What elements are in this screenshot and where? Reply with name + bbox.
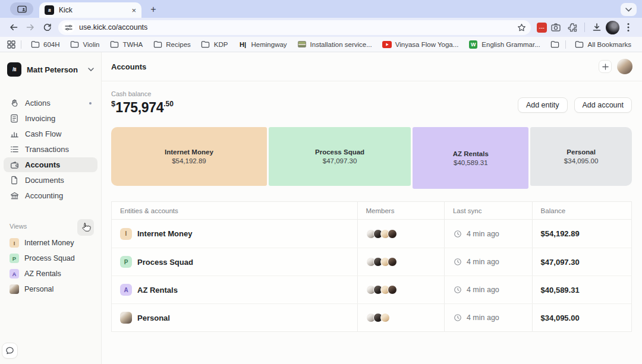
- back-button[interactable]: [6, 20, 21, 35]
- table-header-row: Entities & accountsMembersLast syncBalan…: [112, 202, 631, 220]
- sidebar-item-label: Cash Flow: [25, 129, 61, 138]
- forward-button[interactable]: [23, 20, 38, 35]
- tab-strip: /II Kick × +: [0, 0, 642, 18]
- invoice-icon: [10, 114, 19, 124]
- bookmark-label: Installation service...: [310, 41, 372, 48]
- extension-red-icon[interactable]: ---: [537, 23, 547, 33]
- bookmark-label: 604H: [43, 41, 60, 48]
- sidebar-item-invoicing[interactable]: Invoicing: [4, 111, 97, 126]
- bookmark-item[interactable]: H|Hemingway: [234, 38, 291, 51]
- image-icon: [297, 40, 307, 49]
- bookmark-item[interactable]: TWHA: [105, 38, 147, 51]
- bookmark-item[interactable]: KDP: [197, 38, 232, 51]
- personal-avatar: [120, 312, 132, 324]
- entity-cell: PProcess Squad: [112, 248, 357, 276]
- last-sync-cell: 4 min ago: [444, 276, 532, 303]
- bookmark-item[interactable]: Violin: [66, 38, 104, 51]
- entity-name: Internet Money: [137, 229, 192, 238]
- bar-entity-amount: $54,192.89: [172, 157, 206, 164]
- tab-strip-chevron-button[interactable]: [621, 3, 637, 16]
- url-bar[interactable]: use.kick.co/accounts: [58, 20, 531, 35]
- table-row-personal[interactable]: Personal4 min ago$34,095.00: [112, 303, 631, 331]
- site-settings-icon[interactable]: [62, 22, 75, 33]
- reload-button[interactable]: [39, 20, 55, 35]
- kick-favicon: /II: [45, 5, 54, 15]
- member-avatars: [366, 257, 397, 267]
- user-avatar[interactable]: [617, 59, 632, 74]
- folder-icon: [70, 40, 80, 49]
- add-entity-button[interactable]: Add entity: [518, 97, 568, 113]
- bookmark-item[interactable]: Foreclosed: [546, 38, 561, 51]
- member-avatars: [366, 229, 397, 239]
- browser-menu-icon[interactable]: [621, 20, 636, 35]
- sidebar-view-process-squad[interactable]: PProcess Squad: [4, 251, 97, 265]
- folder-icon: [153, 40, 162, 49]
- balance-value: $47,097.30: [541, 258, 580, 267]
- bookmark-label: English Grammar...: [482, 41, 540, 48]
- bookmark-item[interactable]: Vinyasa Flow Yoga...: [378, 38, 463, 51]
- sidebar-nav: ActionsInvoicingCash FlowTransactionsAcc…: [4, 96, 97, 203]
- sidebar-item-accounts[interactable]: Accounts: [4, 157, 97, 172]
- entity-name: Personal: [137, 314, 170, 322]
- entity-name: AZ Rentals: [137, 286, 178, 295]
- bookmark-item[interactable]: 604H: [26, 38, 64, 51]
- cash-balance-amount: $175,974.50: [111, 99, 174, 116]
- balance-bar-internet-money[interactable]: Internet Money$54,192.89: [111, 127, 267, 186]
- downloads-button[interactable]: [589, 20, 605, 35]
- sidebar-item-transactions[interactable]: Transactions: [4, 142, 97, 157]
- folder-icon: [201, 40, 210, 49]
- browser-profile-avatar[interactable]: [606, 21, 619, 34]
- extensions-puzzle-icon[interactable]: [565, 20, 580, 35]
- table-row-process-squad[interactable]: PProcess Squad4 min ago$47,097.30: [112, 248, 631, 276]
- toolbar-divider: [584, 23, 585, 32]
- table-row-az-rentals[interactable]: AAZ Rentals4 min ago$40,589.31: [112, 276, 631, 303]
- tab-close-icon[interactable]: ×: [131, 7, 136, 14]
- member-avatar: [388, 285, 397, 295]
- clock-icon: [453, 285, 462, 295]
- sidebar-item-documents[interactable]: Documents: [4, 173, 97, 188]
- bar-entity-amount: $47,097.30: [323, 157, 357, 164]
- help-chat-button[interactable]: [2, 343, 18, 359]
- url-text[interactable]: use.kick.co/accounts: [79, 23, 515, 31]
- browser-tab-kick[interactable]: /II Kick ×: [39, 2, 141, 18]
- view-label: AZ Rentals: [24, 270, 61, 278]
- accounts-table: Entities & accountsMembersLast syncBalan…: [111, 201, 632, 332]
- bookmarks-divider-right: [565, 40, 566, 49]
- bookmark-item[interactable]: Recipes: [149, 38, 195, 51]
- balance-bar-az-rentals[interactable]: AZ Rentals$40,589.31: [413, 127, 528, 189]
- sidebar-item-actions[interactable]: Actions: [4, 96, 97, 110]
- entity-badge-icon: P: [10, 254, 19, 263]
- apps-grid-icon[interactable]: [7, 40, 16, 49]
- sidebar-item-cash-flow[interactable]: Cash Flow: [4, 126, 97, 141]
- bookmark-star-icon[interactable]: [515, 21, 528, 34]
- add-account-button[interactable]: Add account: [574, 97, 632, 113]
- all-bookmarks-button[interactable]: All Bookmarks: [571, 38, 636, 51]
- workspace-name: Matt Peterson: [27, 65, 83, 74]
- table-row-internet-money[interactable]: IInternet Money4 min ago$54,192.89: [112, 220, 631, 248]
- sidebar-view-az-rentals[interactable]: AAZ Rentals: [4, 267, 97, 281]
- header-add-button[interactable]: [599, 60, 612, 73]
- sidebar-view-internet-money[interactable]: IInternet Money: [4, 236, 97, 250]
- last-sync-text: 4 min ago: [467, 286, 499, 294]
- screen-share-pill[interactable]: [10, 2, 33, 15]
- bookmark-item[interactable]: WEnglish Grammar...: [464, 38, 544, 51]
- balance-cell: $54,192.89: [532, 220, 631, 248]
- bookmark-label: KDP: [214, 41, 228, 48]
- folder-icon: [30, 40, 40, 49]
- table-body: IInternet Money4 min ago$54,192.89PProce…: [112, 220, 631, 331]
- bank-icon: [10, 191, 19, 201]
- all-bookmarks-label: All Bookmarks: [588, 41, 632, 48]
- main-header: Accounts: [102, 52, 642, 81]
- balance-bar-personal[interactable]: Personal$34,095.00: [530, 127, 632, 186]
- clock-icon: [453, 313, 462, 322]
- clock-icon: [453, 257, 462, 267]
- workspace-switcher[interactable]: /II Matt Peterson: [4, 60, 97, 79]
- sidebar-item-accounting[interactable]: Accounting: [4, 188, 97, 203]
- new-tab-button[interactable]: +: [146, 3, 160, 16]
- members-cell: [357, 220, 444, 248]
- bookmark-item[interactable]: Installation service...: [293, 38, 376, 51]
- camera-extension-icon[interactable]: [548, 20, 564, 35]
- balance-bar-process-squad[interactable]: Process Squad$47,097.30: [269, 127, 411, 186]
- sidebar-view-personal[interactable]: Personal: [4, 282, 97, 296]
- entity-badge-icon: I: [10, 238, 19, 248]
